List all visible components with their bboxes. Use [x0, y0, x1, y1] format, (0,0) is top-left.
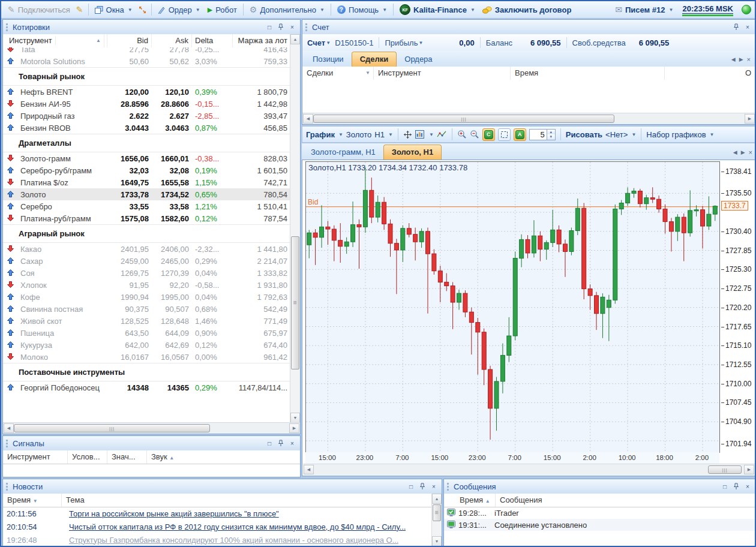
server-clock[interactable]: 20:23:56 MSK [680, 3, 736, 17]
float-button[interactable]: □ [265, 439, 274, 448]
order-menu[interactable]: Ордер ▼ [155, 4, 203, 16]
quote-row[interactable]: Пшеница643,50644,090,90%675,97 [3, 327, 290, 339]
zoom-out-icon[interactable] [470, 130, 479, 139]
profit-label[interactable]: Прибыль [385, 38, 418, 47]
scroll-down-icon[interactable]: ▼ [432, 536, 442, 546]
quote-row[interactable]: Tata27,7527,78-0,25...416,43 [3, 47, 290, 55]
pin-button[interactable] [418, 482, 427, 491]
quote-row[interactable]: Бензин АИ-9528.859628.8606-0,15...1 442,… [3, 98, 290, 110]
scroll-right-icon[interactable]: ▶ [745, 114, 755, 124]
column-bid[interactable]: Bid [107, 34, 152, 47]
news-link[interactable]: Структуры Газпромбанка консолидируют 100… [69, 536, 398, 545]
scrollbar-thumb[interactable]: ☰ [433, 504, 441, 521]
account-panel-header[interactable]: Счет × [302, 20, 755, 35]
quote-row[interactable]: Какао2401,952406,00-2,32...1 441,80 [3, 243, 290, 255]
chart-tab-gold-gram[interactable]: Золото-грамм, H1 [303, 145, 383, 160]
scrollbar-thumb[interactable]: ☰ [291, 236, 299, 369]
column-instrument[interactable]: Инструмент▲ [3, 34, 107, 47]
quote-row[interactable]: Свинина постная90,37590,5070,68%542,49 [3, 303, 290, 315]
scrollbar-thumb[interactable]: ||| [14, 424, 210, 432]
pin-button[interactable] [276, 23, 286, 32]
scrollbar-thumb[interactable]: ||| [708, 465, 742, 474]
account-label[interactable]: Счет [307, 38, 325, 47]
quote-row[interactable]: Платина $/oz1649,751655,581,15%742,71 [3, 176, 290, 188]
float-button[interactable]: □ [406, 482, 416, 491]
chart-symbol-label[interactable]: Золото [346, 130, 372, 139]
quote-row[interactable]: Живой скот128,525128,6481,46%771,49 [3, 315, 290, 327]
stepper-arrows[interactable]: ▲▼ [547, 129, 556, 140]
column-time[interactable]: Время [511, 67, 665, 80]
quote-row[interactable]: Motorola Solutions50,6050,623,03%759,33 [3, 55, 290, 67]
extra-menu[interactable]: ⚙ Дополнительно ▼ [247, 4, 328, 16]
bar-width-stepper[interactable]: 5 ▲▼ [529, 129, 556, 140]
column-value[interactable]: Знач... [107, 450, 147, 464]
quote-row[interactable]: Платина-руб/грамм1575,081582,600,12%787,… [3, 212, 290, 224]
template-select[interactable]: <Нет> [605, 130, 628, 139]
chart-timeframe-button[interactable]: H1 [374, 130, 385, 139]
chart-horizontal-scrollbar[interactable]: ◀ ||| ▶ [303, 464, 755, 475]
scroll-right-icon[interactable]: ▶ [289, 423, 299, 433]
column-topic[interactable]: Тема [62, 494, 432, 507]
scroll-left-icon[interactable]: ◀ [304, 465, 314, 474]
tab-scroll-right-icon[interactable]: ▶ [739, 56, 743, 62]
tab-positions[interactable]: Позиции [305, 52, 352, 67]
news-link[interactable]: Торги на российском рынке акций завершил… [69, 509, 279, 518]
stepper-down-icon[interactable]: ▼ [547, 134, 555, 140]
news-link[interactable]: Чистый отток капитала из РФ в 2012 году … [69, 522, 406, 531]
quote-row[interactable]: Серебро-руб/грамм32,0332,080,19%1 601,50 [3, 164, 290, 176]
message-row[interactable]: 19:28:...iTrader [444, 507, 755, 519]
column-clipped[interactable]: О [665, 67, 755, 80]
column-message[interactable]: Сообщения [496, 494, 755, 507]
column-deals[interactable]: Сделки▼ [302, 67, 374, 80]
scrollbar-thumb[interactable]: ||| [313, 115, 614, 123]
scroll-left-icon[interactable]: ◀ [4, 423, 14, 433]
close-button[interactable]: × [287, 439, 297, 448]
quote-row[interactable]: Кукуруза642,00642,690,12%674,40 [3, 339, 290, 351]
column-instrument[interactable]: Инструмент [3, 450, 68, 464]
scroll-left-icon[interactable]: ◀ [303, 114, 313, 124]
robot-menu[interactable]: ▶ Робот [205, 4, 240, 16]
scroll-right-icon[interactable]: ▶ [744, 465, 754, 474]
column-sound[interactable]: Звук ▲ [147, 450, 184, 464]
quote-row[interactable]: Золото1733,781734,520,65%780,54 [3, 188, 290, 200]
crosshair-icon[interactable] [403, 130, 412, 139]
candles-mode-button[interactable]: C [482, 128, 495, 141]
broker-menu[interactable]: KF Kalita-Finance ▼ [397, 3, 478, 16]
news-row[interactable]: 20:10:54Чистый отток капитала из РФ в 20… [3, 520, 432, 533]
close-button[interactable]: × [287, 23, 297, 32]
quote-row[interactable]: Молоко16,016716,05670,00%961,42 [3, 351, 290, 363]
quote-row[interactable]: Георгий Победоносец14348143650,29%1147,8… [3, 381, 290, 393]
draw-menu-button[interactable]: Рисовать [566, 130, 602, 139]
pin-button[interactable] [731, 482, 741, 491]
zoom-in-icon[interactable] [457, 130, 467, 139]
float-button[interactable]: □ [720, 482, 730, 491]
mail-menu[interactable]: ✉ Писем #12 ▼ [612, 4, 676, 16]
quote-row[interactable]: Соя1269,751270,390,04%1 333,82 [3, 267, 290, 279]
news-row[interactable]: 19:26:48Структуры Газпромбанка консолиди… [3, 533, 432, 546]
tab-scroll-left-icon[interactable]: ◀ [731, 56, 736, 62]
quote-row[interactable]: Кофе1990,941995,000,04%1 792,63 [3, 291, 290, 303]
quotes-vertical-scrollbar[interactable]: ▲ ☰ ▼ [290, 34, 300, 423]
close-button[interactable]: × [743, 23, 752, 32]
edit-connection-button[interactable]: ✎ [74, 4, 85, 15]
signals-panel-header[interactable]: Сигналы □ × [3, 436, 300, 451]
news-vertical-scrollbar[interactable]: ▲ ☰ ▼ [431, 494, 442, 546]
autoscale-button[interactable]: A [514, 128, 526, 141]
scroll-up-icon[interactable]: ▲ [432, 494, 442, 504]
close-button[interactable]: × [743, 482, 752, 491]
price-axis[interactable]: 1738.411735.501730.401727.851725.301722.… [720, 161, 755, 453]
quote-row[interactable]: Золото-грамм1656,061660,01-0,38...828,03 [3, 152, 290, 164]
tab-deals[interactable]: Сделки [352, 52, 397, 67]
messages-panel-header[interactable]: Сообщения □ × [444, 479, 755, 494]
contract-button[interactable]: Заключить договор [479, 4, 575, 16]
time-axis[interactable]: 15:0023:007:0015:0023:007:0015:002:0010:… [305, 452, 719, 464]
quotes-panel-header[interactable]: Котировки □ × [3, 20, 300, 35]
windows-menu[interactable]: Окна ▼ [92, 4, 136, 16]
scroll-down-icon[interactable]: ▼ [290, 413, 300, 423]
message-row[interactable]: 19:31:...Соединение установлено [444, 519, 755, 531]
indicators-icon[interactable] [437, 130, 447, 139]
tab-scroll-left-icon[interactable]: ◀ [733, 149, 737, 155]
quote-row[interactable]: Бензин RBOB3.04433.04630,87%456,85 [3, 122, 290, 134]
column-delta[interactable]: Delta [192, 34, 233, 47]
candlestick-chart[interactable]: Золото,H1 1733.20 1734.34 1732.40 1733.7… [305, 161, 720, 453]
